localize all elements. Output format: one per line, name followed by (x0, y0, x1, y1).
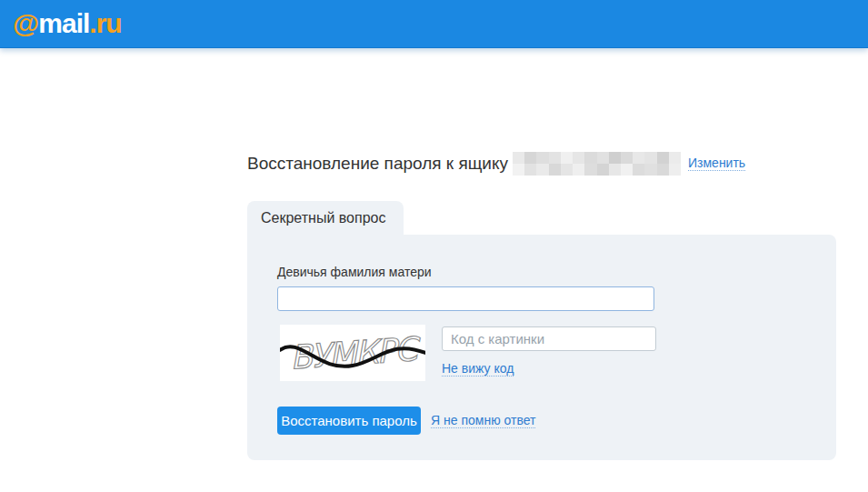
masked-email-block (657, 164, 669, 176)
page-title: Восстановление пароля к ящику (247, 154, 508, 174)
question-label: Девичья фамилия матери (277, 265, 432, 279)
captcha-code-input[interactable] (442, 326, 656, 351)
title-row: Восстановление пароля к ящику Изменить (247, 151, 745, 176)
change-mailbox-link[interactable]: Изменить (688, 156, 745, 171)
top-header: @mail.ru (0, 0, 868, 48)
masked-email-block (669, 164, 681, 176)
masked-email-block (669, 152, 681, 164)
masked-email-block (524, 152, 536, 164)
masked-email-block (609, 164, 621, 176)
masked-email-block (609, 152, 621, 164)
masked-email-block (597, 152, 609, 164)
cant-see-code-link[interactable]: Не вижу код (442, 361, 514, 377)
masked-email-block (644, 164, 656, 176)
forgot-answer-link[interactable]: Я не помню ответ (431, 413, 535, 428)
masked-email-block (513, 164, 524, 176)
masked-email-block (561, 152, 573, 164)
masked-email-block (536, 164, 548, 176)
masked-email-block (584, 152, 596, 164)
masked-email-block (573, 152, 584, 164)
masked-email-block (633, 164, 644, 176)
masked-email-block (633, 152, 644, 164)
masked-email-block (549, 164, 561, 176)
masked-email-block (536, 152, 548, 164)
captcha-image: ВУМКРС (280, 325, 425, 381)
mailru-logo[interactable]: @mail.ru (13, 8, 122, 39)
masked-email-block (561, 164, 573, 176)
masked-email-block (573, 164, 584, 176)
tab-label: Секретный вопрос (261, 210, 385, 226)
logo-ru-text: .ru (89, 8, 121, 38)
restore-password-button[interactable]: Восстановить пароль (277, 407, 421, 435)
masked-email-block (549, 152, 561, 164)
masked-email-block (621, 164, 633, 176)
masked-email-block (621, 152, 633, 164)
masked-email-block (524, 164, 536, 176)
masked-email-block (657, 152, 669, 164)
masked-email-block (644, 152, 656, 164)
logo-mail-text: mail (38, 8, 89, 38)
masked-email-pixelated (513, 152, 681, 176)
answer-input[interactable] (277, 286, 654, 311)
masked-email-block (597, 164, 609, 176)
masked-email-block (513, 152, 524, 164)
tab-secret-question[interactable]: Секретный вопрос (247, 201, 404, 235)
masked-email-block (584, 164, 596, 176)
secret-question-panel: Девичья фамилия матери ВУМКРС Не вижу ко… (247, 235, 836, 460)
logo-at-icon: @ (13, 8, 38, 38)
